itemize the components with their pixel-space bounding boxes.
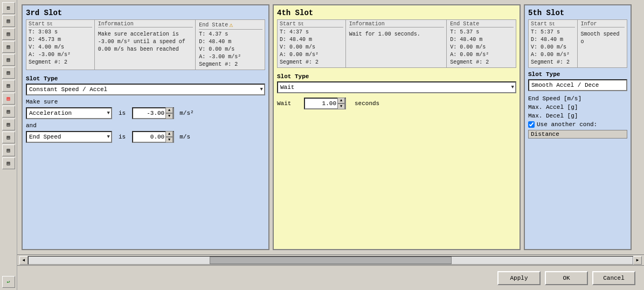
toolbar-btn-export[interactable]: ↩ [2,276,15,288]
slot5-start-content: T: 5:37 s D: 48.40 m V: 0.00 m/s A: 0.00… [531,29,575,66]
slot3-start-box: Start St T: 3:03 s D: 45.73 m V: 4.00 m/… [26,20,95,70]
toolbar-btn-9[interactable]: ▤ [2,106,15,118]
slot5-info-box: Infor Smooth speed o [579,20,627,67]
toolbar-btn-6[interactable]: ▤ [2,67,15,79]
slot3-type-select[interactable]: Constant Speed / Accel Wait Smooth Accel… [26,84,265,95]
slot5-end-speed-row: End Speed [m/s] [528,95,627,102]
slot4-end-content: T: 5.37 s D: 48.40 m V: 0.00 m/s A: 0.00… [450,29,514,66]
main-area: 3rd Slot Start St T: 3:03 s D: 45.73 m V… [17,0,644,290]
toolbar-btn-5[interactable]: ▤ [2,54,15,66]
toolbar-btn-3[interactable]: ▤ [2,28,15,40]
slot5-max-accel-row: Max. Accel [g] [528,104,627,111]
slot5-title: 5th Slot [528,9,627,17]
slot3-warning-icon: ⚠ [229,21,233,29]
slot3-unit1-label: m/s² [179,110,193,116]
left-toolbar: ⊞ ▤ ▤ ▤ ▤ ▤ ▤ ▤ ▤ ▤ ▤ ▤ ▤ ↩ [0,0,17,290]
slot3-unit2-label: m/s [179,134,190,140]
slot4-wait-up[interactable]: ▲ [337,98,345,103]
apply-button[interactable]: Apply [497,271,541,285]
slot4-panel: 4th Slot Start St T: 4:37 s D: 48.40 m V… [273,4,521,250]
slot4-start-content: T: 4:37 s D: 48.40 m V: 0.00 m/s A: 0.00… [280,29,343,66]
slot3-info-header: Information [98,21,193,27]
slot4-type-select-wrapper[interactable]: Wait Constant Speed / Accel Smooth Accel… [277,81,516,93]
slot4-wait-spinner[interactable]: ▲ ▼ [304,98,346,109]
slot5-end-speed-label: End Speed [m/s] [528,95,581,102]
slot4-wait-buttons[interactable]: ▲ ▼ [337,98,345,109]
slot4-seconds-label: seconds [355,100,379,107]
slot4-wait-row: Wait ▲ ▼ seconds [277,98,516,109]
slot3-cond1-select[interactable]: Acceleration End Speed Distance Time [26,107,112,119]
slot5-use-another-row: Use another cond: [528,121,627,128]
cancel-button[interactable]: Cancel [592,271,635,285]
toolbar-btn-4[interactable]: ▤ [2,41,15,53]
slot4-info-header: Information [349,21,445,27]
slot4-wait-input[interactable] [305,99,337,108]
toolbar-btn-2[interactable]: ▤ [2,15,15,27]
slot3-start-content: T: 3:03 s D: 45.73 m V: 4.00 m/s A: -3.0… [29,29,92,66]
toolbar-btn-1[interactable]: ⊞ [2,2,15,14]
slot4-start-box: Start St T: 4:37 s D: 48.40 m V: 0.00 m/… [278,20,346,67]
slot3-value2-down[interactable]: ▼ [165,137,173,143]
slot3-cond2-select[interactable]: End Speed Acceleration Distance Time [26,131,112,143]
scroll-right-btn[interactable]: ► [633,256,642,265]
slot3-state-row: Start St T: 3:03 s D: 45.73 m V: 4.00 m/… [26,19,265,70]
slots-scroll-area[interactable]: 3rd Slot Start St T: 3:03 s D: 45.73 m V… [17,0,644,254]
slot5-max-decel-row: Max. Decel [g] [528,113,627,119]
slot3-value1-up[interactable]: ▲ [165,107,173,113]
slot3-make-sure-label: Make sure [26,99,265,105]
slot4-info-content: Wait for 1.00 seconds. [349,29,445,38]
toolbar-btn-7[interactable]: ▤ [2,80,15,92]
slot4-end-header: End State [450,21,514,27]
slot4-start-header: Start St [280,21,343,27]
slot5-use-another-checkbox[interactable] [528,121,535,128]
toolbar-btn-13[interactable]: ▤ [2,157,15,169]
slot5-type-label: Slot Type [528,71,627,78]
slot3-type-select-wrapper[interactable]: Constant Speed / Accel Wait Smooth Accel… [26,84,265,95]
ok-button[interactable]: OK [545,271,588,285]
slot3-cond1-wrapper[interactable]: Acceleration End Speed Distance Time [26,107,112,119]
scrollbar-track[interactable] [28,256,633,265]
slot5-panel: 5th Slot Start St T: 5:37 s D: 48.40 m V… [524,4,632,250]
scroll-left-btn[interactable]: ◄ [19,256,28,265]
slot3-value1-spinner[interactable]: ▲ ▼ [132,107,174,119]
horizontal-scrollbar[interactable]: ◄ ► [17,254,644,265]
slot4-end-box: End State T: 5.37 s D: 48.40 m V: 0.00 m… [448,20,516,67]
slot5-max-accel-label: Max. Accel [g] [528,104,578,111]
slot3-info-box: Information Make sure acceleration is -3… [96,20,196,70]
slot5-start-header: Start St [531,21,575,27]
slot5-distance-row: Distance [528,130,627,139]
slot3-is2-label: is [119,134,126,140]
slot5-info-header: Infor [581,21,625,27]
slot3-and-label: and [26,122,265,129]
slot4-type-label: Slot Type [277,73,516,80]
slot3-end-content: T: 4.37 s D: 48.40 m V: 0.00 m/s A: -3.0… [199,31,262,68]
slot3-end-header: End State ⚠ [199,21,262,30]
slot4-state-row: Start St T: 4:37 s D: 48.40 m V: 0.00 m/… [277,19,516,68]
slot4-type-select[interactable]: Wait Constant Speed / Accel Smooth Accel… [277,81,516,93]
toolbar-btn-10[interactable]: ▤ [2,119,15,130]
slot3-value1-buttons[interactable]: ▲ ▼ [165,107,173,119]
slot3-start-header: Start St [29,21,92,27]
slot4-title: 4th Slot [277,9,516,17]
bottom-button-area: Apply OK Cancel [17,265,644,290]
toolbar-btn-12[interactable]: ▤ [2,144,15,156]
slot3-panel: 3rd Slot Start St T: 3:03 s D: 45.73 m V… [22,4,269,250]
toolbar-btn-8[interactable]: ▤ [2,93,15,105]
slot4-info-box: Information Wait for 1.00 seconds. [347,20,447,67]
slot3-value1-down[interactable]: ▼ [165,113,173,119]
slot3-value1-input[interactable] [133,108,165,118]
slot3-cond2-wrapper[interactable]: End Speed Acceleration Distance Time [26,131,112,143]
slot3-condition2-row: End Speed Acceleration Distance Time is … [26,131,265,143]
toolbar-btn-11[interactable]: ▤ [2,132,15,143]
slot3-value2-input[interactable] [133,132,165,142]
scrollbar-thumb[interactable] [210,257,451,264]
slot3-value2-up[interactable]: ▲ [165,131,173,137]
slot4-wait-down[interactable]: ▼ [337,103,345,109]
slot5-state-row: Start St T: 5:37 s D: 48.40 m V: 0.00 m/… [528,19,627,68]
slot3-value2-spinner[interactable]: ▲ ▼ [132,131,174,143]
slots-container: 3rd Slot Start St T: 3:03 s D: 45.73 m V… [17,0,644,254]
slot5-type-display[interactable]: Smooth Accel / Dece [528,79,627,91]
slot5-max-decel-label: Max. Decel [g] [528,113,578,119]
slot3-value2-buttons[interactable]: ▲ ▼ [165,131,173,143]
slot3-is1-label: is [119,110,126,116]
